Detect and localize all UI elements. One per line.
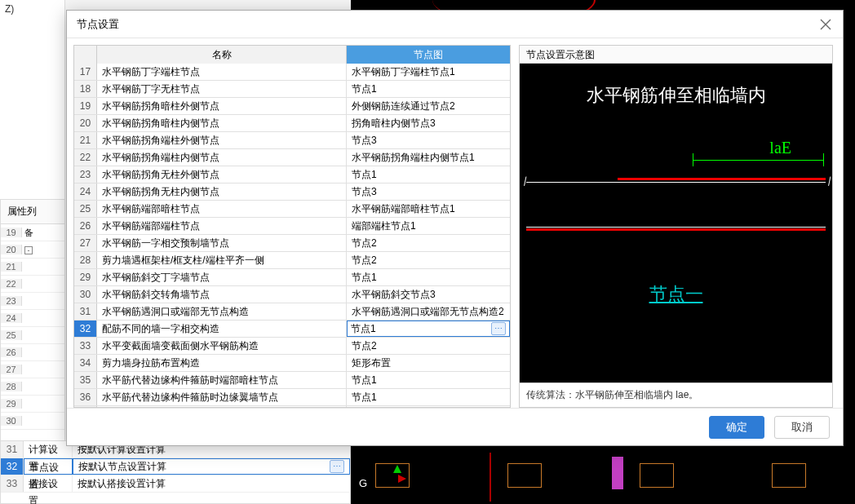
node-image-cell[interactable]: 节点1 [347, 166, 510, 183]
preview-canvas: 水平钢筋伸至相临墙内 laE ∕ ∕ 节点一 [520, 64, 832, 382]
table-row[interactable]: 31水平钢筋遇洞口或端部无节点构造水平钢筋遇洞口或端部无节点构造2 [74, 303, 510, 321]
table-row[interactable]: 25水平钢筋端部暗柱节点水平钢筋端部暗柱节点1 [74, 201, 510, 218]
node-name-cell[interactable]: 剪力墙身拉筋布置构造 [97, 355, 347, 371]
table-row[interactable]: 34剪力墙身拉筋布置构造矩形布置 [74, 355, 510, 372]
property-row[interactable]: 19备 [1, 224, 64, 241]
ellipsis-button[interactable]: ⋯ [330, 460, 344, 473]
node-name-cell[interactable]: 水平钢筋斜交转角墙节点 [97, 286, 347, 303]
node-name-cell[interactable] [97, 406, 347, 407]
row-number: 26 [74, 218, 97, 234]
node-name-cell[interactable]: 水平钢筋拐角端柱外侧节点 [97, 132, 347, 148]
node-image-cell[interactable]: 节点2 [347, 252, 510, 268]
node-name-cell[interactable]: 水平筋代替边缘构件箍筋时边缘翼墙节点 [97, 389, 347, 405]
node-name-cell[interactable]: 剪力墙遇框架柱/框支柱/端柱平齐一侧 [97, 252, 347, 268]
node-name-cell[interactable]: 水平变截面墙变截面侧水平钢筋构造 [97, 338, 347, 354]
table-row[interactable]: 24水平钢筋拐角无柱内侧节点节点3 [74, 183, 510, 201]
node-image-cell[interactable]: 节点2 [347, 235, 510, 251]
property-row[interactable]: 23 [1, 293, 64, 310]
node-name-cell[interactable]: 水平钢筋端部端柱节点 [97, 218, 347, 234]
property-row[interactable]: 25 [1, 327, 64, 344]
table-row[interactable]: 19水平钢筋拐角暗柱外侧节点外侧钢筋连续通过节点2 [74, 98, 510, 115]
node-image-cell[interactable]: 矩形布置 [347, 355, 510, 371]
property-row[interactable]: 22 [1, 276, 64, 293]
node-image-cell[interactable]: 节点1 [347, 81, 510, 97]
table-row[interactable]: 26水平钢筋端部端柱节点端部端柱节点1 [74, 218, 510, 235]
row-number: 32 [74, 321, 97, 337]
property-row[interactable]: 21 [1, 259, 64, 276]
node-name-cell[interactable]: 水平钢筋遇洞口或端部无节点构造 [97, 303, 347, 320]
node-image-cell[interactable]: 节点1 [347, 389, 510, 405]
node-image-cell[interactable]: 节点2 [347, 338, 510, 354]
node-image-cell[interactable]: 水平钢筋丁字端柱节点1 [347, 64, 510, 80]
col-image[interactable]: 节点图 [347, 46, 510, 64]
row-number: 36 [74, 389, 97, 405]
setting-value[interactable]: 按默认节点设置计算⋯ [73, 458, 350, 475]
node-image-cell[interactable]: 节点3 [347, 183, 510, 200]
node-image-cell[interactable]: 水平钢筋拐角端柱内侧节点1 [347, 149, 510, 166]
node-name-cell[interactable]: 水平钢筋端部暗柱节点 [97, 201, 347, 217]
node-image-cell[interactable]: 节点3 [347, 132, 510, 148]
row-number: 23 [74, 166, 97, 183]
table-row[interactable]: 33水平变截面墙变截面侧水平钢筋构造节点2 [74, 338, 510, 355]
node-image-cell[interactable]: 端部端柱节点1 [347, 218, 510, 234]
preview-header: 节点设置示意图 [520, 46, 832, 64]
table-row[interactable]: 30水平钢筋斜交转角墙节点水平钢筋斜交节点3 [74, 286, 510, 303]
table-row[interactable]: 27水平钢筋一字相交预制墙节点节点2 [74, 235, 510, 252]
table-row[interactable]: 36水平筋代替边缘构件箍筋时边缘翼墙节点节点1 [74, 389, 510, 406]
setting-value[interactable]: 按默认搭接设置计算 [73, 475, 350, 492]
settings-row[interactable]: 32节点设置按默认节点设置计算⋯ [1, 458, 350, 475]
table-row[interactable]: 20水平钢筋拐角暗柱内侧节点拐角暗柱内侧节点3 [74, 115, 510, 132]
cancel-button[interactable]: 取消 [774, 416, 830, 439]
table-row[interactable]: 32配筋不同的墙一字相交构造节点1⋯ [74, 321, 510, 338]
node-image-cell[interactable]: 节点1 [347, 372, 510, 388]
node-name-cell[interactable]: 水平钢筋丁字无柱节点 [97, 81, 347, 97]
ok-button[interactable]: 确定 [709, 416, 764, 439]
node-name-cell[interactable]: 水平钢筋拐角暗柱内侧节点 [97, 115, 347, 131]
node-name-cell[interactable]: 水平钢筋一字相交预制墙节点 [97, 235, 347, 251]
property-row[interactable]: 24 [1, 310, 64, 327]
end-hook-icon: ∕ [522, 175, 529, 188]
row-number: 17 [74, 64, 97, 80]
node-name-cell[interactable]: 水平钢筋拐角无柱外侧节点 [97, 166, 347, 183]
property-row[interactable]: 30 [1, 413, 64, 430]
node-image-cell[interactable]: 节点1⋯ [347, 321, 510, 337]
table-row[interactable]: 18水平钢筋丁字无柱节点节点1 [74, 81, 510, 98]
property-row[interactable]: 26 [1, 344, 64, 361]
node-image-cell[interactable]: 节点1 [347, 269, 510, 285]
rebar-line [526, 228, 826, 231]
table-row[interactable]: 22水平钢筋拐角端柱内侧节点水平钢筋拐角端柱内侧节点1 [74, 149, 510, 166]
grid-body[interactable]: 17水平钢筋丁字端柱节点水平钢筋丁字端柱节点118水平钢筋丁字无柱节点节点119… [74, 64, 510, 407]
table-row[interactable]: 37 [74, 406, 510, 407]
preview-node-label: 节点一 [520, 282, 832, 307]
bottom-settings-grid: 31计算设置按默认计算设置计算32节点设置按默认节点设置计算⋯33搭接设置按默认… [0, 440, 351, 504]
node-image-cell[interactable] [347, 406, 510, 407]
table-row[interactable]: 28剪力墙遇框架柱/框支柱/端柱平齐一侧节点2 [74, 252, 510, 269]
node-name-cell[interactable]: 水平钢筋拐角端柱内侧节点 [97, 149, 347, 166]
node-image-cell[interactable]: 水平钢筋斜交节点3 [347, 286, 510, 303]
table-row[interactable]: 29水平钢筋斜交丁字墙节点节点1 [74, 269, 510, 286]
node-name-cell[interactable]: 水平钢筋丁字端柱节点 [97, 64, 347, 80]
col-name[interactable]: 名称 [97, 46, 347, 64]
table-row[interactable]: 17水平钢筋丁字端柱节点水平钢筋丁字端柱节点1 [74, 64, 510, 81]
property-row[interactable]: 27 [1, 361, 64, 378]
collapse-icon[interactable]: - [24, 246, 33, 254]
node-name-cell[interactable]: 水平钢筋拐角无柱内侧节点 [97, 183, 347, 200]
close-button[interactable] [818, 17, 833, 32]
property-row[interactable]: 29 [1, 396, 64, 413]
ellipsis-button[interactable]: ⋯ [491, 322, 506, 335]
node-name-cell[interactable]: 水平筋代替边缘构件箍筋时端部暗柱节点 [97, 372, 347, 388]
node-image-cell[interactable]: 外侧钢筋连续通过节点2 [347, 98, 510, 114]
property-row[interactable]: 20- [1, 241, 64, 259]
node-name-cell[interactable]: 水平钢筋拐角暗柱外侧节点 [97, 98, 347, 114]
setting-name: 节点设置 [24, 458, 73, 475]
node-image-cell[interactable]: 水平钢筋端部暗柱节点1 [347, 201, 510, 217]
property-row[interactable]: 28 [1, 378, 64, 396]
table-row[interactable]: 35水平筋代替边缘构件箍筋时端部暗柱节点节点1 [74, 372, 510, 389]
node-image-cell[interactable]: 拐角暗柱内侧节点3 [347, 115, 510, 131]
node-name-cell[interactable]: 水平钢筋斜交丁字墙节点 [97, 269, 347, 285]
node-name-cell[interactable]: 配筋不同的墙一字相交构造 [97, 321, 347, 337]
table-row[interactable]: 21水平钢筋拐角端柱外侧节点节点3 [74, 132, 510, 149]
settings-row[interactable]: 33搭接设置按默认搭接设置计算 [1, 475, 350, 493]
table-row[interactable]: 23水平钢筋拐角无柱外侧节点节点1 [74, 166, 510, 183]
node-image-cell[interactable]: 水平钢筋遇洞口或端部无节点构造2 [347, 303, 510, 320]
